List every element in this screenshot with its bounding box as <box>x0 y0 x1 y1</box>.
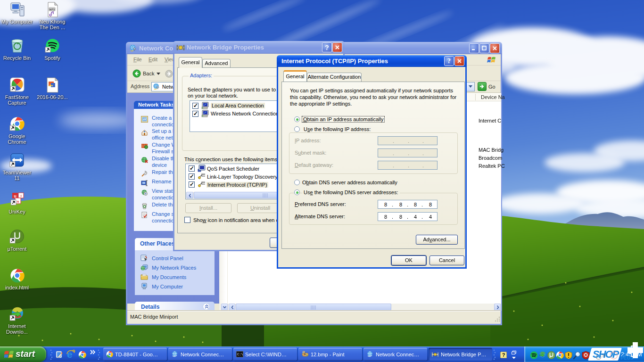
svg-text:MP3: MP3 <box>49 8 54 11</box>
svg-text:i: i <box>20 194 21 198</box>
svg-text:C:\: C:\ <box>237 353 243 356</box>
svg-text:n: n <box>17 199 19 204</box>
